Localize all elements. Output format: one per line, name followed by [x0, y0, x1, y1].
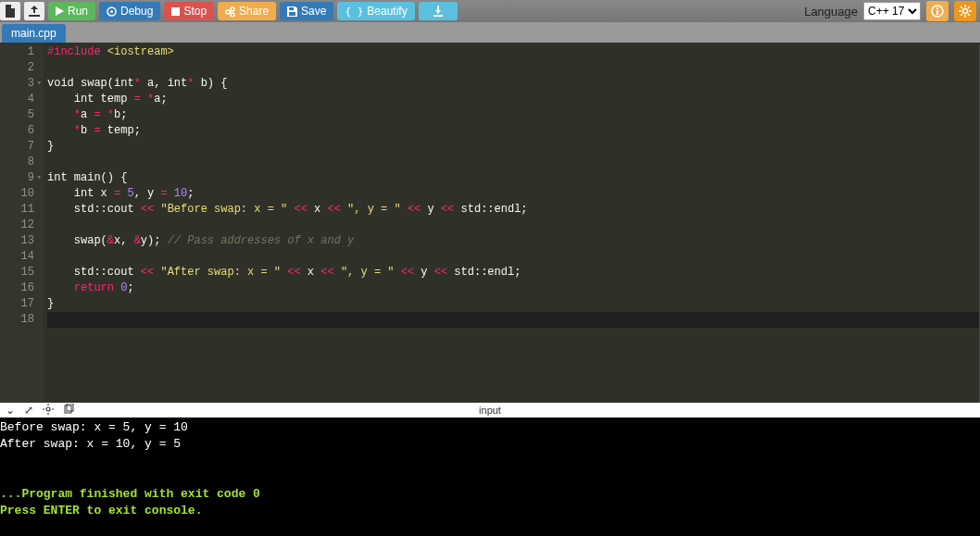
toolbar-right: Language C++ 17 [804, 1, 980, 21]
line-number: 18 [0, 312, 34, 328]
gear-icon [959, 5, 972, 18]
line-number: 6 [0, 123, 34, 139]
line-number: 12 [0, 218, 34, 233]
copy-output-icon[interactable] [63, 404, 74, 417]
run-label: Run [68, 5, 88, 18]
code-line[interactable] [47, 249, 979, 265]
debug-button[interactable]: Debug [99, 2, 160, 20]
code-area[interactable]: #include <iostream>void swap(int* a, int… [44, 43, 980, 403]
info-icon [931, 5, 944, 18]
stop-icon [171, 7, 180, 16]
code-line[interactable]: int x = 5, y = 10; [47, 186, 979, 202]
code-line[interactable]: } [47, 296, 979, 312]
console[interactable]: Before swap: x = 5, y = 10After swap: x … [0, 418, 980, 536]
debug-icon [107, 6, 117, 17]
language-select[interactable]: C++ 17 [863, 2, 921, 20]
new-file-icon[interactable] [0, 2, 20, 20]
code-line[interactable]: *a = *b; [47, 107, 979, 123]
io-title: input [479, 405, 501, 416]
collapse-icon[interactable]: ⌄ [6, 404, 15, 417]
code-line[interactable]: swap(&x, &y); // Pass addresses of x and… [47, 233, 979, 249]
console-output-line [0, 453, 980, 469]
svg-point-1 [110, 10, 113, 13]
code-line[interactable]: void swap(int* a, int* b) { [47, 76, 979, 92]
line-number: 1 [0, 44, 34, 60]
line-number: 2 [0, 60, 34, 76]
play-icon [56, 6, 64, 16]
upload-icon[interactable] [24, 2, 44, 20]
svg-rect-2 [171, 7, 180, 16]
save-button[interactable]: Save [280, 2, 333, 20]
code-line[interactable]: #include <iostream> [47, 44, 979, 60]
save-icon [287, 6, 297, 17]
svg-line-14 [968, 14, 970, 16]
download-icon [433, 6, 444, 17]
svg-rect-22 [65, 405, 71, 413]
code-line[interactable] [47, 60, 979, 76]
line-number: 9 [0, 170, 34, 186]
code-line[interactable] [47, 218, 979, 233]
code-line[interactable] [47, 312, 979, 328]
console-settings-icon[interactable] [43, 404, 54, 417]
console-output-line [0, 469, 980, 486]
console-output-line: After swap: x = 10, y = 5 [0, 436, 980, 453]
language-label: Language [804, 5, 858, 19]
svg-line-13 [961, 6, 962, 8]
settings-button[interactable] [954, 1, 976, 21]
svg-rect-23 [67, 404, 73, 411]
code-line[interactable]: std::cout << "After swap: x = " << x << … [47, 265, 979, 280]
line-number: 8 [0, 155, 34, 170]
run-button[interactable]: Run [48, 2, 95, 20]
line-number: 17 [0, 296, 34, 312]
line-number: 3 [0, 76, 34, 92]
tab-main-cpp[interactable]: main.cpp [2, 24, 66, 43]
svg-rect-7 [936, 7, 938, 9]
code-line[interactable]: } [47, 139, 979, 155]
code-line[interactable]: return 0; [47, 280, 979, 296]
tabbar: main.cpp [0, 22, 980, 43]
svg-point-17 [46, 407, 50, 411]
code-line[interactable]: int temp = *a; [47, 92, 979, 107]
svg-rect-4 [289, 12, 295, 16]
line-number: 10 [0, 186, 34, 202]
share-button[interactable]: Share [218, 2, 276, 20]
share-icon [225, 6, 235, 17]
editor[interactable]: 123456789101112131415161718 #include <io… [0, 43, 980, 403]
svg-rect-3 [289, 7, 294, 10]
svg-line-15 [961, 14, 962, 16]
io-header: ⌄ ⤢ input [0, 403, 980, 418]
line-number: 13 [0, 233, 34, 249]
tab-label: main.cpp [11, 27, 57, 40]
beautify-button[interactable]: { } Beautify [337, 2, 414, 20]
code-line[interactable]: std::cout << "Before swap: x = " << x <<… [47, 202, 979, 218]
stop-label: Stop [183, 5, 207, 18]
gutter: 123456789101112131415161718 [0, 43, 44, 403]
console-status-line: Press ENTER to exit console. [0, 503, 980, 519]
share-label: Share [239, 5, 269, 18]
code-line[interactable]: *b = temp; [47, 123, 979, 139]
line-number: 4 [0, 92, 34, 107]
line-number: 7 [0, 139, 34, 155]
toolbar: Run Debug Stop Share Save { } Beautify L… [0, 0, 980, 22]
code-line[interactable] [47, 155, 979, 170]
braces-icon: { } [345, 6, 363, 18]
line-number: 14 [0, 249, 34, 265]
beautify-label: Beautify [367, 5, 407, 18]
info-button[interactable] [926, 1, 949, 21]
console-status-line: ...Program finished with exit code 0 [0, 486, 980, 503]
save-label: Save [301, 5, 326, 18]
code-line[interactable]: int main() { [47, 170, 979, 186]
expand-icon[interactable]: ⤢ [24, 404, 33, 417]
line-number: 16 [0, 280, 34, 296]
download-button[interactable] [419, 2, 458, 20]
line-number: 15 [0, 265, 34, 280]
line-number: 11 [0, 202, 34, 218]
svg-line-16 [968, 6, 970, 8]
debug-label: Debug [120, 5, 153, 18]
console-output-line: Before swap: x = 5, y = 10 [0, 419, 980, 436]
stop-button[interactable]: Stop [164, 2, 214, 20]
line-number: 5 [0, 107, 34, 123]
svg-rect-6 [936, 10, 938, 15]
svg-point-8 [963, 9, 968, 14]
